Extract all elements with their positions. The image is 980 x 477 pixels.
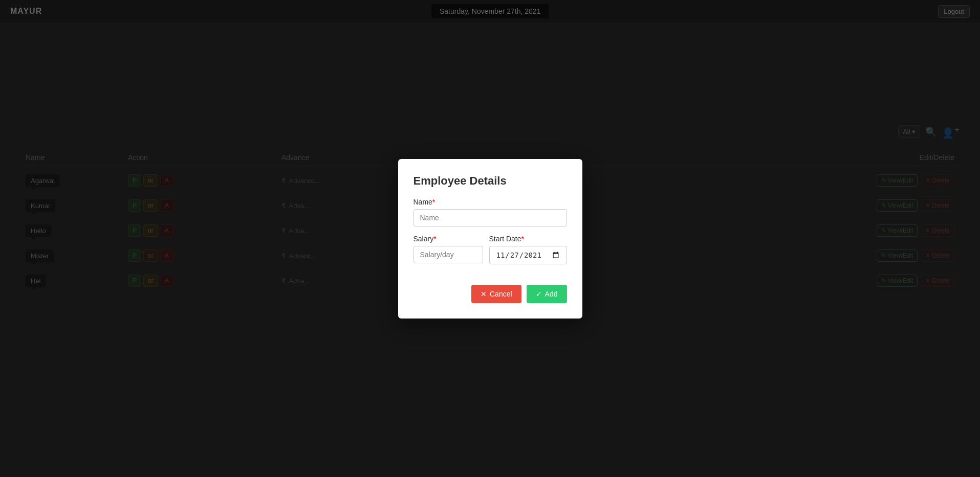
salary-form-group: Salary* <box>413 235 483 264</box>
name-input[interactable] <box>413 209 567 226</box>
employee-details-modal: Employee Details Name* Salary* Start Dat… <box>398 159 582 319</box>
salary-input[interactable] <box>413 246 483 263</box>
add-button[interactable]: ✓ Add <box>527 285 567 303</box>
start-date-input[interactable] <box>489 246 567 264</box>
salary-label: Salary* <box>413 235 483 243</box>
start-date-label: Start Date* <box>489 235 567 243</box>
salary-date-row: Salary* Start Date* <box>413 235 567 272</box>
name-form-group: Name* <box>413 198 567 226</box>
cancel-icon: ✕ <box>481 290 487 298</box>
modal-footer: ✕ Cancel ✓ Add <box>413 285 567 303</box>
start-date-form-group: Start Date* <box>489 235 567 264</box>
check-icon: ✓ <box>536 290 542 298</box>
modal-overlay: Employee Details Name* Salary* Start Dat… <box>0 0 980 477</box>
name-label: Name* <box>413 198 567 206</box>
cancel-button[interactable]: ✕ Cancel <box>471 285 521 303</box>
modal-title: Employee Details <box>413 174 567 188</box>
